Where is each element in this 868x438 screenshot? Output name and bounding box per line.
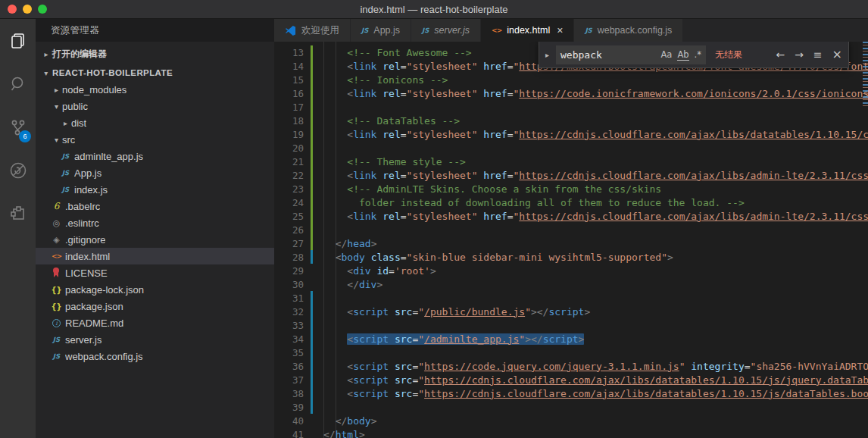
code-editor[interactable]: 13 <!-- Font Awesome -->14 <link rel="st… <box>274 42 868 438</box>
code-line-33[interactable]: 33 <box>274 318 868 332</box>
file-label: package-lock.json <box>65 284 144 296</box>
code-line-34[interactable]: 34 <script src="/adminlte_app.js"></scri… <box>274 332 868 346</box>
debug-icon[interactable] <box>0 149 36 192</box>
code-line-32[interactable]: 32 <script src="/public/bundle.js"></scr… <box>274 305 868 318</box>
tab-index-html[interactable]: <>index.html× <box>481 19 574 42</box>
tree-item-index-js[interactable]: JSindex.js <box>36 181 274 198</box>
minimize-window-button[interactable] <box>23 5 32 14</box>
tree-item--babelrc[interactable]: 6.babelrc <box>36 198 274 214</box>
extensions-icon[interactable] <box>0 192 36 235</box>
code-line-38[interactable]: 38 <script src="https://cdnjs.cloudflare… <box>274 386 868 400</box>
project-section[interactable]: ▾ REACT-HOT-BOILERPLATE <box>36 64 274 81</box>
source-control-icon[interactable]: 6 <box>0 105 36 149</box>
tree-item-public[interactable]: ▾public <box>36 98 274 114</box>
code-line-18[interactable]: 18 <!-- DataTables --> <box>274 114 868 127</box>
tree-item-src[interactable]: ▾src <box>36 131 274 148</box>
code-line-20[interactable]: 20 <box>274 141 868 155</box>
close-window-button[interactable] <box>8 5 17 14</box>
previous-match-button[interactable]: ← <box>776 49 785 60</box>
line-number: 40 <box>274 415 311 427</box>
tree-item-license[interactable]: LICENSE <box>36 264 274 281</box>
code-line-28[interactable]: 28 <body class="skin-blue sidebar-mini w… <box>274 250 868 264</box>
close-find-icon[interactable]: × <box>832 48 842 61</box>
file-label: node_modules <box>62 84 126 95</box>
zoom-window-button[interactable] <box>38 5 47 14</box>
close-tab-icon[interactable]: × <box>557 25 563 36</box>
code-line-31[interactable]: 31 <box>274 291 868 305</box>
tab-label: index.html <box>507 25 550 36</box>
code-line-15[interactable]: 15 <!-- Ionicons --> <box>274 73 868 86</box>
tree-item-package-lock-json[interactable]: {}package-lock.json <box>36 281 274 298</box>
sidebar-title: 资源管理器 <box>36 19 274 42</box>
babel-file-icon: 6 <box>51 201 62 211</box>
file-label: public <box>62 101 88 112</box>
find-in-selection-button[interactable]: ≡ <box>813 49 823 60</box>
find-query-text: webpack <box>560 49 656 61</box>
search-icon[interactable] <box>0 62 36 105</box>
code-line-39[interactable]: 39 <box>274 400 868 414</box>
tab-webpack-config-js[interactable]: JSwebpack.config.js <box>574 19 683 42</box>
tree-item-node-modules[interactable]: ▸node_modules <box>36 81 274 98</box>
code-line-41[interactable]: 41</html> <box>274 427 868 438</box>
tree-item--eslintrc[interactable]: ◎.eslintrc <box>36 214 274 231</box>
file-label: App.js <box>74 167 101 179</box>
open-editors-section[interactable]: ▸ 打开的编辑器 <box>36 45 274 62</box>
json-file-icon: {} <box>51 286 62 294</box>
code-line-22[interactable]: 22 <link rel="stylesheet" href="https://… <box>274 168 868 182</box>
code-text: <script src="https://code.jquery.com/jqu… <box>313 361 868 372</box>
tab-label: server.js <box>434 25 470 36</box>
info-file-icon: i <box>51 319 62 327</box>
code-line-19[interactable]: 19 <link rel="stylesheet" href="https://… <box>274 127 868 141</box>
tree-item-package-json[interactable]: {}package.json <box>36 298 274 314</box>
code-line-21[interactable]: 21 <!-- Theme style --> <box>274 155 868 168</box>
tree-item-adminlte-app-js[interactable]: JSadminlte_app.js <box>36 148 274 164</box>
code-line-17[interactable]: 17 <box>274 100 868 114</box>
tab-server-js[interactable]: JSserver.js <box>411 19 481 42</box>
code-line-25[interactable]: 25 <link rel="stylesheet" href="https://… <box>274 209 868 223</box>
code-line-24[interactable]: 24 folder instead of downloading all of … <box>274 196 868 209</box>
gutter-modified-indicator <box>311 346 313 359</box>
line-number: 34 <box>274 333 311 345</box>
next-match-button[interactable]: → <box>795 49 804 60</box>
code-line-23[interactable]: 23 <!-- AdminLTE Skins. Choose a skin fr… <box>274 182 868 196</box>
selection-highlight: <script src="/adminlte_app.js"></script> <box>347 333 584 345</box>
file-label: index.html <box>65 251 110 262</box>
find-status: 无结果 <box>715 48 742 61</box>
tree-item--gitignore[interactable]: ◈.gitignore <box>36 231 274 248</box>
tab-app-js[interactable]: JSApp.js <box>351 19 411 42</box>
tab--[interactable]: 欢迎使用 <box>274 19 351 42</box>
file-label: package.json <box>65 301 123 312</box>
code-line-29[interactable]: 29 <div id='root'> <box>274 264 868 277</box>
line-number: 41 <box>274 429 311 438</box>
line-number: 19 <box>274 129 311 140</box>
tree-item-readme-md[interactable]: iREADME.md <box>36 314 274 331</box>
regex-button[interactable]: .* <box>695 49 701 60</box>
tree-item-app-js[interactable]: JSApp.js <box>36 164 274 181</box>
match-case-button[interactable]: Aa <box>661 49 673 60</box>
explorer-icon[interactable] <box>0 19 36 62</box>
gutter-modified-indicator <box>311 400 313 414</box>
find-input[interactable]: webpack Aa Ab .* <box>556 45 706 64</box>
minimap[interactable] <box>863 42 868 107</box>
gutter-added-indicator <box>311 223 313 236</box>
code-line-27[interactable]: 27 </head> <box>274 236 868 250</box>
tree-item-index-html[interactable]: <>index.html <box>36 248 274 264</box>
tree-item-server-js[interactable]: JSserver.js <box>36 331 274 348</box>
file-label: .eslintrc <box>65 217 99 229</box>
code-line-36[interactable]: 36 <script src="https://code.jquery.com/… <box>274 359 868 373</box>
tree-item-webpack-config-js[interactable]: JSwebpack.config.js <box>36 348 274 364</box>
code-line-26[interactable]: 26 <box>274 223 868 236</box>
tree-item-dist[interactable]: ▸dist <box>36 114 274 131</box>
tab-label: App.js <box>373 25 400 36</box>
code-line-30[interactable]: 30 </div> <box>274 277 868 291</box>
whole-word-button[interactable]: Ab <box>677 49 688 61</box>
code-line-37[interactable]: 37 <script src="https://cdnjs.cloudflare… <box>274 373 868 386</box>
code-line-16[interactable]: 16 <link rel="stylesheet" href="https://… <box>274 86 868 100</box>
code-line-35[interactable]: 35 <box>274 346 868 359</box>
js-icon: JS <box>361 27 368 34</box>
toggle-replace-icon[interactable]: ▸ <box>545 51 556 59</box>
code-line-40[interactable]: 40 </body> <box>274 414 868 427</box>
chevron-down-icon: ▾ <box>40 69 52 77</box>
js-file-icon: JS <box>60 152 71 160</box>
gutter-added-indicator <box>311 100 313 114</box>
